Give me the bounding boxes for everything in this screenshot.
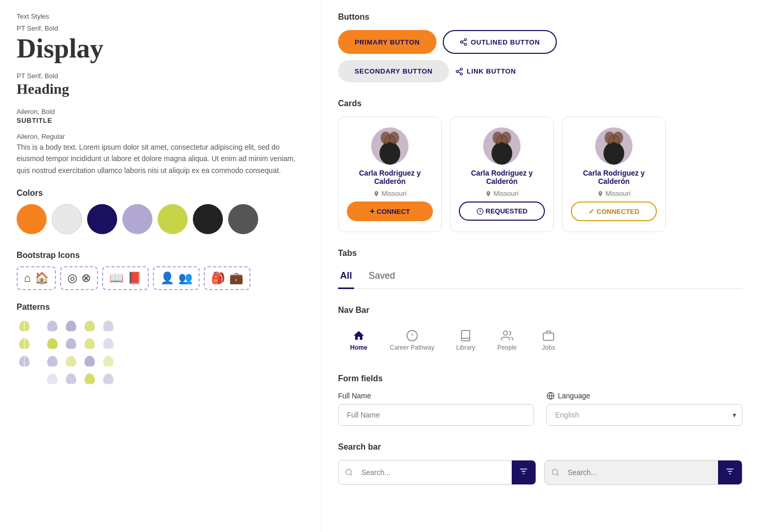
library-nav-icon	[459, 329, 472, 342]
connected-button[interactable]: ✓ CONNECTED	[571, 202, 657, 221]
language-select[interactable]: English Spanish French	[546, 404, 742, 426]
leaf-m2	[63, 318, 79, 334]
color-orange	[17, 204, 47, 234]
bag-outline-icon: 🎒	[211, 271, 225, 285]
nav-item-career[interactable]: Career Pathway	[380, 327, 445, 353]
leaf-m12	[101, 353, 116, 369]
avatar-image-2	[483, 127, 521, 165]
search-input-2[interactable]	[559, 462, 718, 483]
full-name-input[interactable]	[338, 404, 534, 426]
leaf-m15	[82, 371, 97, 386]
leaf-icon-1	[17, 318, 32, 334]
share-icon	[459, 38, 468, 46]
nav-label-jobs: Jobs	[542, 344, 555, 351]
icons-grid: ⌂ 🏠 ◎ ⊗ 📖 📕 👤 👥 🎒 💼	[17, 266, 304, 290]
cards-title: Cards	[338, 99, 742, 108]
icon-group-bag: 🎒 💼	[204, 266, 250, 290]
link-share-icon	[455, 67, 463, 76]
leaf-m8	[101, 336, 116, 351]
colors-title: Colors	[17, 189, 304, 198]
svg-point-13	[380, 142, 400, 165]
career-nav-icon	[406, 329, 418, 342]
search-icon-2	[551, 468, 559, 477]
tab-all[interactable]: All	[338, 266, 354, 289]
card3-name: Carla Rodriguez y Calderón	[571, 169, 657, 185]
patterns-title: Patterns	[17, 303, 304, 312]
people-filled-icon: 👥	[178, 271, 192, 285]
svg-point-21	[501, 132, 511, 144]
color-light-gray	[52, 204, 82, 234]
navbar-section: Nav Bar Home Career Pathway Library Peop…	[338, 306, 742, 357]
svg-point-5	[460, 68, 462, 70]
outlined-button[interactable]: OUTLINED BUTTON	[443, 30, 557, 54]
color-yellow-green	[158, 204, 188, 234]
nav-label-home: Home	[350, 344, 367, 351]
primary-button[interactable]: PRIMARY BUTTON	[338, 30, 437, 54]
full-name-label: Full Name	[338, 392, 534, 400]
svg-point-15	[389, 132, 399, 144]
card1-name: Carla Rodriguez y Calderón	[347, 169, 433, 185]
language-label-text: Language	[558, 392, 590, 400]
pattern-single	[17, 318, 32, 369]
avatar-1	[371, 127, 409, 165]
link-button[interactable]: LINK BUTTON	[455, 60, 516, 82]
card1-location: Missouri	[373, 190, 406, 197]
home-filled-icon: 🏠	[35, 271, 49, 285]
subtitle-text: SUBTITLE	[17, 117, 304, 124]
search-input-1[interactable]	[353, 462, 512, 483]
secondary-button[interactable]: SECONDARY BUTTON	[338, 60, 449, 82]
card2-location-text: Missouri	[494, 190, 518, 197]
requested-button[interactable]: REQUESTED	[459, 202, 545, 221]
card-requested: Carla Rodriguez y Calderón Missouri REQU…	[450, 117, 554, 232]
svg-point-0	[465, 38, 467, 40]
svg-point-42	[552, 469, 558, 475]
svg-line-3	[462, 42, 465, 44]
leaf-m1	[45, 318, 60, 334]
tabs-section: Tabs All Saved	[338, 249, 742, 289]
svg-point-32	[503, 331, 508, 335]
nav-item-library[interactable]: Library	[445, 327, 486, 353]
tab-saved[interactable]: Saved	[367, 266, 397, 289]
color-light-blue	[122, 204, 152, 234]
filter-icon-2	[725, 467, 735, 476]
filter-icon-1	[519, 467, 528, 476]
connect-button[interactable]: + CONNECT	[347, 202, 433, 221]
location-icon-2	[485, 191, 491, 197]
bag-filled-icon: 💼	[229, 271, 243, 285]
home-outline-icon: ⌂	[24, 271, 31, 285]
svg-line-4	[462, 40, 465, 41]
connected-button-label: CONNECTED	[597, 208, 639, 215]
pattern-multi	[45, 318, 117, 386]
nav-item-jobs[interactable]: Jobs	[528, 327, 569, 353]
svg-line-8	[458, 72, 461, 74]
avatar-image-1	[371, 127, 409, 165]
color-dark-blue	[87, 204, 117, 234]
svg-line-9	[458, 69, 461, 71]
language-select-wrapper: English Spanish French ▾	[546, 404, 742, 426]
font2-label: PT Serif, Bold	[17, 72, 304, 80]
navbar-title: Nav Bar	[338, 306, 742, 315]
icon-group-circle: ◎ ⊗	[60, 266, 98, 290]
nav-item-people[interactable]: People	[486, 327, 528, 353]
circle-outline-icon: ◎	[67, 271, 77, 285]
leaf-m11	[82, 353, 97, 369]
leaf-icon-3	[17, 353, 32, 369]
search-filter-button-1[interactable]	[512, 461, 536, 484]
icon-group-people: 👤 👥	[153, 266, 200, 290]
card-connected: Carla Rodriguez y Calderón Missouri ✓ CO…	[562, 117, 666, 232]
home-nav-icon	[353, 329, 365, 342]
leaf-m9	[45, 353, 60, 369]
nav-item-home[interactable]: Home	[338, 327, 380, 353]
font1-label: PT Serif, Bold	[17, 24, 304, 32]
search-filter-button-2[interactable]	[718, 461, 742, 484]
leaf-m6	[63, 336, 79, 351]
form-section: Form fields Full Name Language English S…	[338, 374, 742, 426]
display-text: Display	[17, 33, 304, 64]
leaf-m13	[45, 371, 60, 386]
svg-line-43	[557, 474, 558, 476]
body-text: This is a body text. Lorem ipsum dolor s…	[17, 141, 304, 176]
requested-button-label: REQUESTED	[486, 207, 528, 215]
svg-point-1	[460, 41, 462, 43]
colors-row	[17, 204, 304, 234]
search-icon-1	[345, 468, 353, 477]
